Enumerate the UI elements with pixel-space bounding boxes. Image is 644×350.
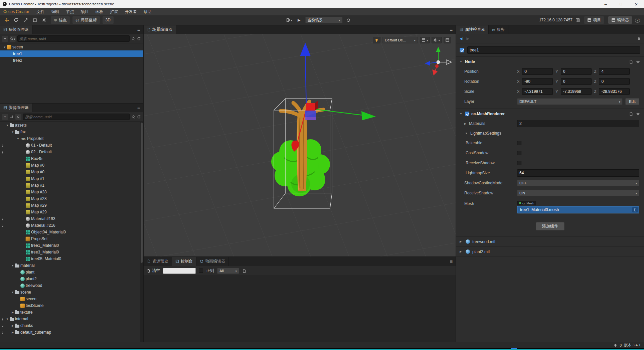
cast-shadow-checkbox[interactable]: [517, 151, 521, 155]
panel-menu-button[interactable]: [447, 25, 456, 34]
disclosure-arrow[interactable]: ▼: [5, 124, 9, 127]
asset-item[interactable]: Material #216: [0, 222, 143, 229]
panel-menu-button[interactable]: [447, 257, 456, 266]
create-asset-button[interactable]: +: [2, 114, 8, 120]
lightmap-size-input[interactable]: [517, 169, 639, 177]
console-output[interactable]: [144, 275, 456, 342]
gear-icon[interactable]: [636, 60, 640, 64]
asset-item[interactable]: plant: [0, 269, 143, 276]
move-tool-button[interactable]: [3, 16, 11, 24]
panel-menu-button[interactable]: [134, 25, 143, 34]
tab-scene-editor[interactable]: 场景编辑器: [144, 25, 176, 34]
editor-layout-button[interactable]: 编辑器: [608, 16, 632, 24]
chevron-right-icon[interactable]: ▶: [464, 122, 468, 125]
position-x-input[interactable]: [522, 68, 553, 75]
asset-item[interactable]: Object04_Material0: [0, 229, 143, 235]
hierarchy-search-input[interactable]: [19, 37, 128, 41]
rect-tool-button[interactable]: [31, 16, 39, 24]
bakeable-checkbox[interactable]: [517, 141, 521, 145]
asset-item[interactable]: ▼internal: [0, 316, 143, 322]
close-button[interactable]: [629, 0, 644, 8]
disclosure-arrow[interactable]: ▼: [11, 264, 15, 267]
tab-assets[interactable]: 资源管理器: [0, 104, 32, 112]
minimize-button[interactable]: [598, 0, 613, 8]
tab-inspector[interactable]: 属性检查器: [456, 25, 489, 34]
rotation-x-input[interactable]: [522, 78, 553, 85]
asset-item[interactable]: plant2: [0, 276, 143, 282]
receive-shadow-checkbox[interactable]: [517, 161, 521, 165]
taskbar-app-tile[interactable]: [511, 348, 517, 349]
asset-item[interactable]: Map #0: [0, 169, 143, 175]
local-coords-toggle[interactable]: ◎局部坐标: [72, 16, 100, 24]
scene-viewport[interactable]: Default De...: [144, 34, 456, 256]
nav-forward-button[interactable]: ▶: [466, 36, 469, 41]
grid-toggle-button[interactable]: [444, 37, 451, 43]
asset-item[interactable]: tree05_Material0: [0, 255, 143, 262]
menubar-item[interactable]: 文件: [33, 8, 48, 15]
inspector-lock-icon[interactable]: [637, 37, 641, 40]
view-settings-button[interactable]: [432, 37, 442, 43]
search-filter-button[interactable]: [15, 114, 21, 120]
asset-item[interactable]: Box45: [0, 155, 143, 162]
rotation-y-input[interactable]: [561, 78, 592, 85]
bell-icon[interactable]: [614, 343, 617, 347]
add-component-button[interactable]: 添加组件: [536, 222, 565, 230]
asset-item[interactable]: Map #29: [0, 202, 143, 209]
menubar-item[interactable]: 开发者: [121, 8, 140, 15]
asset-item[interactable]: secen: [0, 296, 143, 302]
play-button[interactable]: ▶: [295, 16, 303, 24]
rotate-tool-button[interactable]: [12, 16, 20, 24]
menubar-item[interactable]: 面板: [92, 8, 107, 15]
maximize-button[interactable]: [613, 0, 629, 8]
render-profile-select[interactable]: Default De...: [382, 37, 418, 43]
log-level-select[interactable]: All: [217, 268, 239, 274]
assets-search-input[interactable]: [25, 115, 128, 119]
rotation-z-input[interactable]: [599, 78, 630, 85]
material-asset-section[interactable]: ▶ treewood.mtl: [456, 237, 644, 247]
panel-menu-button[interactable]: [134, 104, 143, 112]
position-y-input[interactable]: [561, 68, 592, 75]
asset-item[interactable]: Map #29: [0, 209, 143, 215]
scale-tool-button[interactable]: [21, 16, 29, 24]
asset-item[interactable]: ▼fbx: [0, 129, 143, 135]
asset-item[interactable]: treewood: [0, 282, 143, 289]
scale-y-input[interactable]: [561, 88, 592, 95]
disclosure-arrow[interactable]: ▶: [11, 324, 15, 327]
tab-service[interactable]: ∞ 服务: [489, 25, 508, 34]
sort-assets-button[interactable]: [10, 115, 14, 119]
asset-item[interactable]: Map #28: [0, 189, 143, 195]
disclosure-arrow[interactable]: ▼: [11, 131, 15, 134]
refresh-button[interactable]: [137, 37, 141, 41]
console-filter-input[interactable]: [163, 268, 196, 274]
mesh-asset-field[interactable]: tree1_Material0.mesh: [517, 206, 639, 213]
mode-3d-toggle[interactable]: 3D: [103, 16, 114, 24]
layer-select[interactable]: DEFAULT: [517, 98, 623, 105]
asset-item[interactable]: ▼assets: [0, 122, 143, 129]
tab-asset-preview[interactable]: 资源预览: [144, 257, 172, 266]
position-z-input[interactable]: [599, 68, 630, 75]
scrollbar-thumb[interactable]: [141, 123, 143, 263]
materials-count-input[interactable]: [517, 120, 639, 127]
component-enabled-checkbox[interactable]: [465, 112, 469, 116]
anchor-toggle[interactable]: ⊕锚点: [51, 16, 70, 24]
open-log-file-icon[interactable]: [242, 269, 246, 273]
scene-select[interactable]: 当前场景: [305, 17, 342, 23]
hierarchy-node[interactable]: tree1: [0, 50, 143, 57]
reload-button[interactable]: [344, 16, 352, 24]
asset-item[interactable]: Map #0: [0, 162, 143, 169]
asset-item[interactable]: ▶chunks: [0, 322, 143, 329]
gear-icon[interactable]: [636, 112, 640, 116]
collapse-all-button[interactable]: [131, 115, 135, 119]
project-settings-button[interactable]: 项目: [584, 16, 604, 24]
asset-item[interactable]: 02 - Default: [0, 149, 143, 155]
asset-item[interactable]: ▼FBXPropsSet: [0, 135, 143, 142]
scale-z-input[interactable]: [599, 88, 630, 95]
asset-item[interactable]: Material #193: [0, 215, 143, 222]
asset-item[interactable]: ▼material: [0, 262, 143, 269]
node-active-checkbox[interactable]: [460, 48, 464, 52]
menubar-item[interactable]: 扩展: [107, 8, 121, 15]
disclosure-arrow[interactable]: ▶: [11, 331, 15, 334]
collapse-all-button[interactable]: [131, 37, 135, 41]
nav-back-button[interactable]: ◀: [460, 36, 462, 41]
tab-hierarchy[interactable]: 层级管理器: [0, 25, 32, 34]
